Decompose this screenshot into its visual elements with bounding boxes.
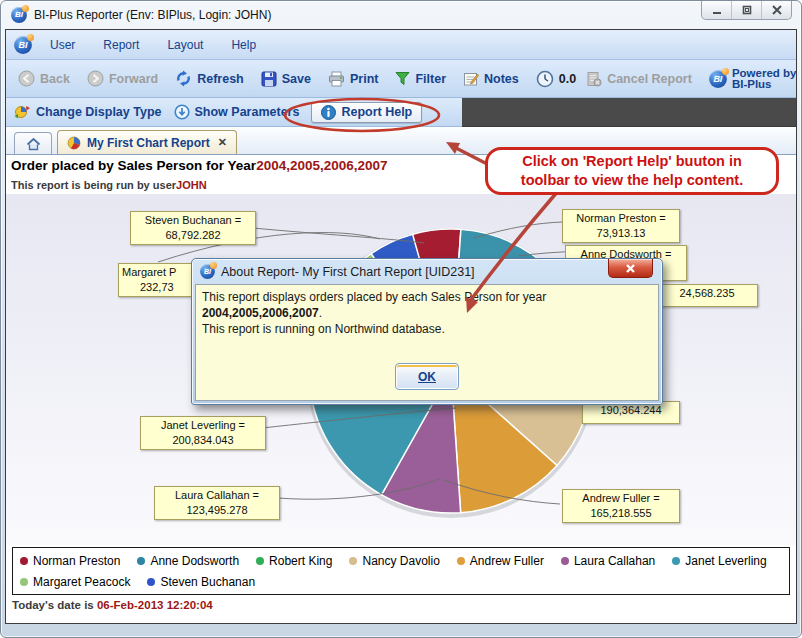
menu-layout[interactable]: Layout [153, 38, 217, 52]
pie-chart-icon [67, 136, 81, 150]
status-prefix: Today's date is [12, 599, 97, 611]
forward-arrow-icon [87, 70, 104, 87]
save-button[interactable]: Save [261, 71, 311, 87]
secondary-toolbar: Change Display Type Show Parameters Repo… [6, 98, 462, 127]
label-line: Andrew Fuller = [582, 492, 659, 504]
ok-button[interactable]: OK [395, 363, 459, 390]
legend-label: Margaret Peacock [33, 575, 130, 589]
down-arrow-circle-icon [174, 104, 190, 120]
app-window: BI BI-Plus Reporter (Env: BIPlus, Login:… [0, 0, 802, 638]
label-steven-buchanan: Steven Buchanan = 68,792.282 [130, 211, 256, 245]
filter-icon [395, 71, 410, 86]
notes-label: Notes [484, 72, 519, 86]
back-label: Back [40, 72, 70, 86]
label-andrew-fuller: Andrew Fuller = 165,218.555 [562, 489, 680, 523]
label-line: Steven Buchanan = [145, 214, 241, 226]
report-title-years: 2004,2005,2006,2007 [256, 158, 387, 173]
dialog-body-period: . [319, 306, 322, 320]
cancel-report-button: Cancel Report [586, 71, 692, 87]
label-line: 190,364.244 [600, 404, 661, 416]
label-line: 165,218.555 [590, 507, 651, 519]
titlebar: BI BI-Plus Reporter (Env: BIPlus, Login:… [1, 1, 801, 28]
window-title: BI-Plus Reporter (Env: BIPlus, Login: JO… [34, 8, 271, 22]
print-label: Print [350, 72, 378, 86]
toolbar-right-group: 0.0 Cancel Report BI Powered by BI-Plus [536, 68, 797, 90]
label-anne-value: 24,568.235 [656, 284, 758, 307]
legend-item: Steven Buchanan [147, 575, 255, 589]
status-bar: Today's date is 06-Feb-2013 12:20:04 [6, 595, 796, 623]
print-icon [328, 71, 345, 87]
tab-my-first-chart-report[interactable]: My First Chart Report ✕ [57, 130, 237, 154]
filter-label: Filter [415, 72, 446, 86]
show-parameters-label: Show Parameters [195, 105, 300, 119]
client-area: BI User Report Layout Help Back Forward … [5, 29, 797, 624]
label-line: 123,495.278 [186, 504, 247, 516]
dialog-body-years: 2004,2005,2006,2007 [202, 306, 319, 320]
forward-label: Forward [109, 72, 158, 86]
tab-label: My First Chart Report [87, 136, 210, 150]
secondary-toolbar-row: Change Display Type Show Parameters Repo… [6, 98, 796, 127]
filter-button[interactable]: Filter [395, 71, 446, 86]
dialog-body-text: This report displays orders placed by ea… [202, 290, 546, 304]
legend-item: Margaret Peacock [20, 575, 130, 589]
close-button[interactable] [761, 1, 791, 19]
label-line: 232,73 [122, 280, 196, 295]
change-display-type-button[interactable]: Change Display Type [14, 104, 162, 120]
tab-close-icon[interactable]: ✕ [216, 136, 227, 149]
run-by-user: JOHN [176, 179, 207, 191]
cancel-report-icon [586, 71, 602, 87]
report-help-button[interactable]: Report Help [311, 102, 422, 123]
dialog-logo-icon: BI [200, 264, 215, 279]
notes-button[interactable]: Notes [463, 71, 519, 87]
label-margaret-peacock: Margaret P 232,73 [118, 263, 200, 297]
dialog-title-text: About Report- My First Chart Report [UID… [221, 265, 475, 279]
back-arrow-icon [18, 70, 35, 87]
menu-report[interactable]: Report [89, 38, 153, 52]
label-line: 24,568.235 [679, 287, 734, 299]
legend-label: Steven Buchanan [160, 575, 255, 589]
toolbar-filler-panel [462, 98, 796, 127]
maximize-button[interactable] [731, 1, 761, 19]
save-label: Save [282, 72, 311, 86]
report-title-text: Order placed by Sales Person for Year [11, 158, 256, 173]
refresh-button[interactable]: Refresh [175, 70, 244, 87]
close-icon [771, 4, 783, 16]
minimize-button[interactable] [702, 1, 731, 19]
menu-help[interactable]: Help [217, 38, 270, 52]
refresh-icon [175, 70, 192, 87]
legend-dot [20, 578, 28, 586]
home-icon [26, 137, 41, 151]
label-line: 68,792.282 [165, 229, 220, 241]
annotation-line1: Click on 'Report Help' buuton in [522, 152, 742, 171]
label-norman-preston: Norman Preston = 73,913.13 [562, 209, 680, 243]
dialog-titlebar: BI About Report- My First Chart Report [… [192, 259, 662, 284]
ok-label: OK [418, 369, 436, 385]
refresh-label: Refresh [197, 72, 244, 86]
main-toolbar: Back Forward Refresh Save Print Filter [6, 60, 796, 98]
annotation-callout: Click on 'Report Help' buuton in toolbar… [485, 147, 779, 195]
notes-icon [463, 71, 479, 87]
app-logo-icon: BI [11, 7, 27, 23]
report-help-label: Report Help [341, 105, 412, 119]
forward-button: Forward [87, 70, 158, 87]
show-parameters-button[interactable]: Show Parameters [174, 104, 300, 120]
label-laura-callahan: Laura Callahan = 123,495.278 [154, 486, 280, 520]
print-button[interactable]: Print [328, 71, 378, 87]
legend-dot [147, 578, 155, 586]
status-date: 06-Feb-2013 12:20:04 [97, 599, 213, 611]
powered-by-badge: BI Powered by BI-Plus [709, 68, 797, 90]
menu-user[interactable]: User [36, 38, 89, 52]
tab-home[interactable] [14, 132, 52, 154]
menubar-logo-icon: BI [14, 36, 32, 54]
label-line: 200,834.043 [172, 434, 233, 446]
window-controls [701, 1, 792, 20]
timer-value: 0.0 [559, 72, 576, 86]
annotation-line2: toolbar to view the help content. [521, 171, 743, 190]
cancel-report-label: Cancel Report [607, 72, 692, 86]
dialog-close-button[interactable] [608, 259, 653, 278]
dialog-body-line2: This report is running on Northwind data… [202, 322, 445, 336]
about-report-dialog: BI About Report- My First Chart Report [… [191, 258, 663, 405]
label-line: Laura Callahan = [175, 489, 259, 501]
timer-display: 0.0 [536, 70, 576, 88]
chart-area: Steven Buchanan = 68,792.282 Norman Pres… [6, 194, 796, 545]
